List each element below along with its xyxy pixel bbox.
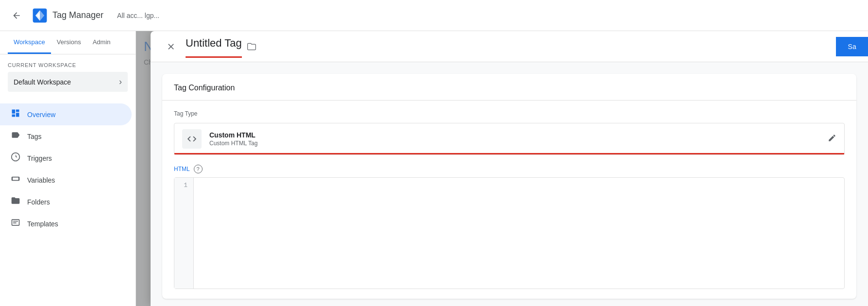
overview-icon <box>10 108 21 120</box>
templates-icon <box>10 218 21 230</box>
drawer-body: Tag Configuration Tag Type Custom HTML C… <box>151 62 868 306</box>
tab-admin[interactable]: Admin <box>87 32 117 54</box>
sidebar-item-triggers[interactable]: Triggers <box>0 147 132 169</box>
html-code-textarea[interactable] <box>194 178 844 289</box>
config-card-title: Tag Configuration <box>174 84 235 92</box>
workspace-label: CURRENT WORKSPACE <box>8 62 128 68</box>
account-text: All acc... lgp... <box>117 12 159 19</box>
app-name: Tag Manager <box>52 10 103 20</box>
top-bar-left: Tag Manager All acc... lgp... <box>8 7 159 24</box>
tag-type-info: Custom HTML Custom HTML Tag <box>209 131 828 147</box>
html-label-text: HTML <box>174 166 190 172</box>
sidebar-item-variables[interactable]: Variables <box>0 169 132 191</box>
save-button[interactable]: Sa <box>836 37 868 56</box>
tag-type-desc: Custom HTML Tag <box>209 140 828 147</box>
drawer-title: Untitled Tag <box>186 37 242 58</box>
tag-type-selector[interactable]: Custom HTML Custom HTML Tag <box>174 123 845 155</box>
workspace-name: Default Workspace <box>14 78 71 86</box>
sidebar-item-label-folders: Folders <box>27 198 50 206</box>
config-card-header: Tag Configuration <box>162 74 856 101</box>
back-button[interactable] <box>8 7 25 24</box>
line-number-1: 1 <box>180 182 187 189</box>
main-content: Workspace Versions Admin CURRENT WORKSPA… <box>0 31 868 306</box>
sidebar-item-label-triggers: Triggers <box>27 154 52 162</box>
workspace-section: CURRENT WORKSPACE Default Workspace › <box>0 54 136 100</box>
custom-html-icon <box>182 129 202 149</box>
html-section: HTML ? 1 <box>174 165 845 289</box>
workspace-selector[interactable]: Default Workspace › <box>8 72 128 92</box>
sidebar-item-templates[interactable]: Templates <box>0 213 132 235</box>
drawer-close-button[interactable] <box>162 38 180 55</box>
tag-folder-button[interactable] <box>247 42 256 51</box>
tab-versions[interactable]: Versions <box>51 32 87 54</box>
sidebar-item-label-templates: Templates <box>27 220 58 228</box>
tags-icon <box>10 130 21 142</box>
html-label: HTML ? <box>174 165 845 173</box>
chevron-right-icon: › <box>119 77 122 87</box>
sidebar-item-label-tags: Tags <box>27 133 42 140</box>
triggers-icon <box>10 152 21 164</box>
sidebar-tabs: Workspace Versions Admin <box>0 31 136 54</box>
tag-type-underline <box>174 153 844 154</box>
sidebar-item-overview[interactable]: Overview <box>0 103 132 125</box>
tag-drawer: Untitled Tag Sa Tag Configuration Tag Ty… <box>151 31 868 306</box>
tag-type-edit-button[interactable] <box>828 134 836 144</box>
code-editor: 1 <box>174 177 845 289</box>
folders-icon <box>10 196 21 208</box>
sidebar: Workspace Versions Admin CURRENT WORKSPA… <box>0 31 136 306</box>
sidebar-item-folders[interactable]: Folders <box>0 191 132 213</box>
tag-type-label: Tag Type <box>174 110 845 117</box>
tag-type-name: Custom HTML <box>209 131 828 139</box>
variables-icon <box>10 174 21 186</box>
config-card-body: Tag Type Custom HTML Custom HTML Tag <box>162 101 856 299</box>
drawer-header: Untitled Tag Sa <box>151 31 868 62</box>
sidebar-item-label-overview: Overview <box>27 111 55 119</box>
sidebar-item-label-variables: Variables <box>27 176 55 184</box>
sidebar-item-tags[interactable]: Tags <box>0 125 132 147</box>
nav-items: Overview Tags Triggers Variables <box>0 100 136 238</box>
app-logo: Tag Manager <box>31 7 103 24</box>
top-bar: Tag Manager All acc... lgp... <box>0 0 868 31</box>
tab-workspace[interactable]: Workspace <box>8 32 51 54</box>
line-numbers: 1 <box>174 178 194 289</box>
right-panel: Ne... Ch... Untitled Tag Sa <box>136 31 868 306</box>
tag-config-card: Tag Configuration Tag Type Custom HTML C… <box>162 74 856 299</box>
html-help-icon[interactable]: ? <box>194 165 203 173</box>
